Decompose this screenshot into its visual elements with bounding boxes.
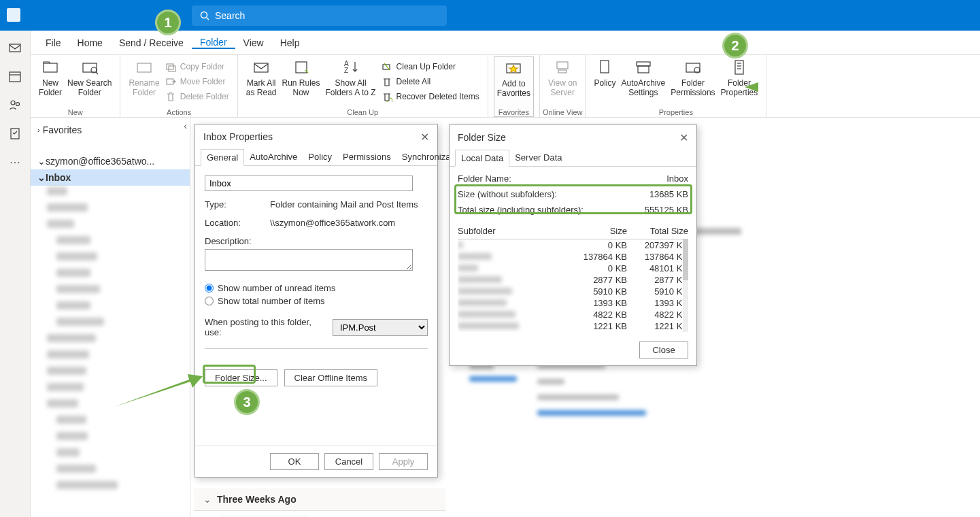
foldername-value: Inbox [666,173,688,184]
callout-badge-2: 2 [722,33,748,59]
svg-rect-16 [254,63,268,72]
menu-home[interactable]: Home [69,37,111,48]
col-size: Size [566,226,627,236]
close-icon[interactable]: ✕ [420,131,429,144]
folder-size-button[interactable]: Folder Size... [205,369,277,386]
svg-point-6 [16,103,20,106]
total-value: 555125 KB [645,205,688,215]
search-box[interactable]: Search [192,5,447,26]
show-unread-radio[interactable] [205,284,214,293]
svg-rect-22 [557,62,568,69]
tab-policy[interactable]: Policy [303,149,337,165]
message-list: ⌄Three Weeks Ago [194,488,445,517]
location-label: Location: [205,218,270,228]
clean-up-folder-button[interactable]: Clean Up Folder [379,59,482,74]
mail-icon[interactable] [9,41,21,54]
svg-text:Z: Z [344,67,348,74]
nav-collapse-button[interactable]: ‹ [184,120,187,131]
cancel-button[interactable]: Cancel [324,453,373,470]
dialog-title: Inbox Properties [203,131,273,142]
folder-tree [31,187,190,496]
chevron-down-icon: ⌄ [37,156,46,167]
svg-rect-2 [10,44,20,52]
people-icon[interactable] [9,99,21,111]
arrow-icon [114,373,203,407]
tab-local-data[interactable]: Local Data [455,150,509,167]
chevron-right-icon: › [37,126,40,134]
svg-rect-12 [137,63,151,72]
col-totalsize: Total Size [627,226,688,236]
menu-view[interactable]: View [235,37,272,48]
move-folder-button: Move Folder [163,74,232,89]
callout-badge-1: 1 [155,10,181,35]
group-cleanup-label: Clean Up [238,108,488,116]
callout-badge-3: 3 [234,389,260,415]
title-bar: Search [0,0,980,31]
close-icon[interactable]: ✕ [679,131,688,144]
menu-folder[interactable]: Folder [192,37,235,49]
account-header[interactable]: ⌄szymon@office365atwo... [31,153,190,169]
delete-all-button[interactable]: Delete All [379,74,482,89]
search-placeholder: Search [215,10,245,21]
description-label: Description: [205,236,270,246]
inbox-properties-dialog: Inbox Properties✕ General AutoArchive Po… [195,124,438,478]
svg-rect-25 [637,62,650,66]
svg-rect-14 [169,66,175,71]
delete-folder-button: Delete Folder [163,89,232,104]
dialog-title: Folder Size [458,132,506,143]
type-label: Type: [205,199,270,210]
svg-point-0 [201,12,207,18]
foldername-label: Folder Name: [458,173,511,184]
group-actions-label: Actions [120,108,237,116]
svg-line-1 [207,18,209,20]
group-properties-label: Properties [586,108,766,116]
message-group-header[interactable]: ⌄Three Weeks Ago [194,488,445,511]
show-total-radio[interactable] [205,297,214,305]
show-unread-label: Show number of unread items [218,283,335,293]
svg-point-5 [11,101,15,105]
svg-rect-13 [167,64,173,69]
arrow-icon [745,80,826,94]
inbox-folder[interactable]: ⌄Inbox [31,169,190,186]
svg-rect-3 [10,72,20,82]
col-subfolder: Subfolder [458,226,566,236]
chevron-down-icon: ⌄ [37,172,46,183]
tasks-icon[interactable] [9,127,21,139]
tab-autoarchive[interactable]: AutoArchive [244,149,303,165]
ribbon: New Folder New Search Folder New Rename … [31,55,980,118]
posting-select[interactable]: IPM.Post [333,319,428,336]
navigation-pane: ‹ ›Favorites ⌄szymon@office365atwo... ⌄I… [31,118,190,517]
location-value: \\szymon@office365atwork.com [270,218,395,228]
tab-general[interactable]: General [201,149,244,166]
tab-server-data[interactable]: Server Data [509,150,567,166]
svg-rect-8 [44,63,57,72]
tab-permissions[interactable]: Permissions [337,149,396,165]
menu-sendreceive[interactable]: Send / Receive [111,37,192,48]
total-label: Total size (including subfolders): [458,205,584,215]
clear-offline-button[interactable]: Clear Offline Items [284,369,377,386]
calendar-icon[interactable] [9,70,21,82]
svg-rect-17 [296,62,307,73]
outlook-icon [7,8,20,22]
menu-file[interactable]: File [37,37,69,48]
menu-help[interactable]: Help [272,37,308,48]
group-online-label: Online View [540,108,585,116]
apply-button: Apply [379,453,428,470]
more-apps-icon[interactable]: ⋯ [9,156,21,168]
description-input[interactable] [205,249,413,271]
type-value: Folder containing Mail and Post Items [270,199,418,210]
left-rail: ⋯ [0,31,31,517]
close-button[interactable]: Close [639,341,688,358]
copy-folder-button: Copy Folder [163,59,232,74]
size-label: Size (without subfolders): [458,189,557,199]
favorites-header[interactable]: ›Favorites [31,120,190,139]
folder-name-input[interactable] [205,176,413,191]
svg-rect-29 [735,61,743,74]
subfolder-table[interactable]: 0 KB207397 KB 137864 KB137864 KB 0 KB481… [458,239,688,332]
recover-deleted-button[interactable]: Recover Deleted Items [379,89,482,104]
ok-button[interactable]: OK [270,453,319,470]
show-total-label: Show total number of items [218,296,325,306]
scrollbar[interactable] [683,239,688,332]
group-favorites-label: Favorites [488,108,539,116]
chevron-down-icon: ⌄ [203,494,212,505]
